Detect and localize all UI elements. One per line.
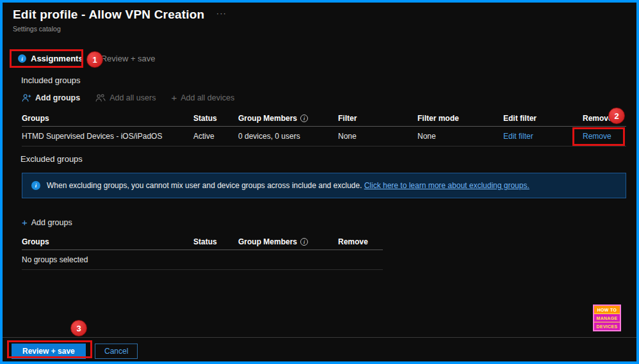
- group-filter: None: [338, 132, 417, 141]
- plus-icon: +: [171, 93, 177, 102]
- remove-link[interactable]: Remove: [583, 132, 611, 141]
- add-groups-button[interactable]: Add groups: [22, 93, 80, 102]
- add-groups-label: Add groups: [35, 93, 80, 102]
- col-filter: Filter: [338, 114, 417, 123]
- edit-profile-page: Edit profile - Allow VPN Creation ··· Se…: [0, 0, 639, 364]
- excluded-add-groups-label: Add groups: [31, 218, 72, 227]
- plus-icon: +: [22, 218, 28, 227]
- info-icon: i: [31, 181, 40, 190]
- col-remove: Remove: [338, 237, 383, 246]
- banner-text: When excluding groups, you cannot mix us…: [47, 181, 530, 190]
- exclusion-info-banner: i When excluding groups, you cannot mix …: [22, 173, 626, 198]
- group-filter-mode: None: [417, 132, 503, 141]
- included-groups-table: Groups Status Group Members i Filter Fil…: [22, 111, 626, 146]
- tab-assignments-label: Assignments: [31, 54, 83, 63]
- col-group-members: Group Members i: [238, 114, 338, 123]
- group-name: HTMD Supervised Devices - iOS/iPadOS: [22, 132, 193, 141]
- page-title: Edit profile - Allow VPN Creation: [13, 8, 204, 21]
- col-edit-filter: Edit filter: [503, 114, 583, 123]
- group-status: Active: [193, 132, 238, 141]
- page-header: Edit profile - Allow VPN Creation ··· Se…: [13, 8, 227, 33]
- add-all-devices-label: Add all devices: [181, 93, 234, 102]
- add-all-devices-button[interactable]: + Add all devices: [171, 93, 234, 102]
- users-icon: [95, 93, 106, 102]
- tab-review-save[interactable]: Review + save: [101, 54, 156, 63]
- col-status: Status: [193, 237, 238, 246]
- review-save-button[interactable]: Review + save: [12, 344, 86, 359]
- logo-line-2: MANAGE: [594, 313, 620, 322]
- info-icon: i: [300, 115, 308, 122]
- excluded-add-groups-wrap: + Add groups: [22, 218, 72, 227]
- add-person-icon: [22, 93, 31, 102]
- col-groups: Groups: [22, 237, 193, 246]
- excluded-groups-table: Groups Status Group Members i Remove No …: [22, 234, 383, 270]
- excluded-add-groups-button[interactable]: + Add groups: [22, 218, 72, 227]
- more-options-icon[interactable]: ···: [216, 8, 227, 18]
- tab-assignments[interactable]: i Assignments: [18, 54, 83, 63]
- excluded-groups-title: Excluded groups: [20, 154, 83, 164]
- tab-bar: i Assignments Review + save: [18, 54, 156, 63]
- col-groups: Groups: [22, 114, 193, 123]
- included-table-header: Groups Status Group Members i Filter Fil…: [22, 111, 626, 127]
- col-group-members: Group Members i: [238, 237, 338, 246]
- included-groups-title: Included groups: [21, 75, 81, 85]
- col-remove: Remove: [583, 114, 626, 123]
- add-all-users-label: Add all users: [109, 93, 156, 102]
- htmd-logo: HOW TO MANAGE DEVICES: [593, 305, 621, 331]
- excluded-table-header: Groups Status Group Members i Remove: [22, 234, 383, 250]
- learn-more-link[interactable]: Click here to learn more about excluding…: [364, 181, 530, 190]
- footer-bar: Review + save Cancel: [3, 337, 636, 361]
- logo-line-1: HOW TO: [594, 306, 620, 313]
- info-icon: i: [18, 54, 26, 63]
- col-filter-mode: Filter mode: [417, 114, 503, 123]
- add-all-users-button[interactable]: Add all users: [95, 93, 156, 102]
- tab-review-save-label: Review + save: [101, 54, 156, 63]
- logo-line-3: DEVICES: [594, 322, 620, 330]
- page-subtitle: Settings catalog: [13, 25, 227, 33]
- group-members: 0 devices, 0 users: [238, 132, 338, 141]
- cancel-button[interactable]: Cancel: [95, 344, 138, 359]
- table-row: HTMD Supervised Devices - iOS/iPadOS Act…: [22, 127, 626, 146]
- included-toolbar: Add groups Add all users + Add all devic…: [22, 93, 234, 102]
- edit-filter-link[interactable]: Edit filter: [503, 132, 533, 141]
- col-status: Status: [193, 114, 238, 123]
- annotation-step-3: 3: [70, 320, 87, 336]
- info-icon: i: [300, 238, 308, 246]
- empty-state-text: No groups selected: [22, 250, 383, 270]
